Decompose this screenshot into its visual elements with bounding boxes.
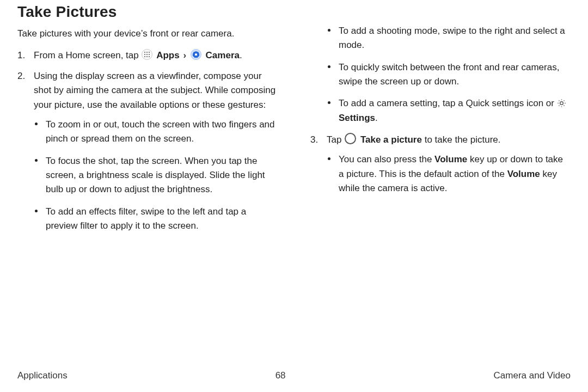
gear-icon <box>557 99 566 108</box>
step-2f: To add a camera setting, tap a Quick set… <box>327 96 571 125</box>
step-2f-settings: Settings <box>339 113 375 123</box>
step-1-apps: Apps <box>156 50 180 60</box>
chevron-right-icon: › <box>183 50 186 60</box>
footer-right: Camera and Video <box>494 370 571 381</box>
right-column: To add a shooting mode, swipe to the rig… <box>310 24 571 241</box>
shutter-icon <box>345 133 356 144</box>
step-2-text: Using the display screen as a viewfinder… <box>34 71 275 110</box>
footer-left: Applications <box>17 370 68 381</box>
step-2d: To add a shooting mode, swipe to the rig… <box>327 24 571 53</box>
intro-text: Take pictures with your device’s front o… <box>17 27 278 41</box>
step-3-post: to take the picture. <box>422 134 501 145</box>
page-title: Take Pictures <box>17 3 571 21</box>
step-2: Using the display screen as a viewfinder… <box>17 69 278 233</box>
step-3a-vol1: Volume <box>434 154 467 164</box>
step-3-bold: Take a picture <box>360 134 422 145</box>
manual-page: Take Pictures Take pictures with your de… <box>0 0 588 392</box>
step-1-pre: From a Home screen, tap <box>34 50 141 60</box>
step-3-pre: Tap <box>327 134 344 145</box>
step-2a: To zoom in or out, touch the screen with… <box>34 118 278 146</box>
step-2b: To focus the shot, tap the screen. When … <box>34 154 278 197</box>
step-2e: To quickly switch between the front and … <box>327 60 571 89</box>
step-1: From a Home screen, tap Apps › Camera. <box>17 48 278 63</box>
step-2f-pre: To add a camera setting, tap a Quick set… <box>339 98 557 108</box>
step-3a-vol2: Volume <box>507 169 540 179</box>
step-2c: To add an effects filter, swipe to the l… <box>34 205 278 234</box>
step-3a: You can also press the Volume key up or … <box>327 152 571 195</box>
left-column: Take pictures with your device’s front o… <box>17 24 278 241</box>
page-footer: Applications 68 Camera and Video <box>17 370 571 381</box>
step-2-sublist: To zoom in or out, touch the screen with… <box>34 118 278 233</box>
step-3: Tap Take a picture to take the picture. … <box>310 133 571 195</box>
camera-icon <box>191 49 201 60</box>
footer-center: 68 <box>275 370 286 381</box>
step-3-sublist: You can also press the Volume key up or … <box>327 152 571 195</box>
step-2f-post: . <box>375 113 378 123</box>
step-3a-pre: You can also press the <box>339 154 434 164</box>
steps-right: Tap Take a picture to take the picture. … <box>310 133 571 195</box>
step-1-camera: Camera <box>206 50 240 60</box>
content-columns: Take pictures with your device’s front o… <box>17 24 571 241</box>
apps-icon <box>142 49 152 60</box>
step-1-post: . <box>240 50 242 60</box>
steps-left: From a Home screen, tap Apps › Camera. U… <box>17 48 278 234</box>
step-2-sublist-cont: To add a shooting mode, swipe to the rig… <box>327 24 571 125</box>
